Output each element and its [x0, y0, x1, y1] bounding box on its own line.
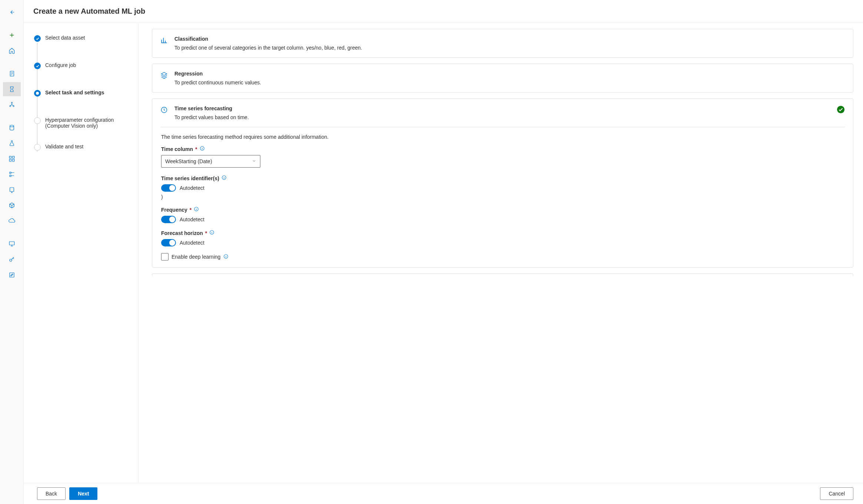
identifiers-autodetect-toggle[interactable] — [161, 184, 176, 192]
wizard-footer: Back Next Cancel — [24, 483, 863, 504]
svg-rect-9 — [10, 172, 11, 174]
horizon-label: Forecast horizon — [161, 230, 203, 236]
svg-point-1 — [11, 102, 12, 103]
frequency-toggle-label: Autodetect — [180, 216, 204, 222]
content-area: Classification To predict one of several… — [139, 23, 863, 483]
rail-edit-icon[interactable] — [3, 268, 21, 282]
cancel-button[interactable]: Cancel — [820, 487, 853, 500]
rail-notebook-icon[interactable] — [3, 67, 21, 81]
time-column-value: WeekStarting (Date) — [165, 158, 212, 164]
back-button[interactable]: Back — [37, 487, 66, 500]
horizon-autodetect-toggle[interactable] — [161, 239, 176, 246]
info-icon[interactable] — [194, 206, 199, 213]
rail-data-icon[interactable] — [3, 121, 21, 135]
regression-title: Regression — [174, 71, 261, 77]
rail-experiment-icon[interactable] — [3, 136, 21, 150]
rail-home-icon[interactable] — [3, 44, 21, 58]
info-icon[interactable] — [221, 175, 227, 181]
info-icon[interactable] — [209, 230, 214, 236]
regression-desc: To predict continuous numeric values. — [174, 80, 261, 85]
identifiers-toggle-label: Autodetect — [180, 185, 204, 191]
svg-point-3 — [13, 105, 14, 107]
page-header: Create a new Automated ML job — [24, 0, 863, 23]
svg-rect-11 — [10, 188, 14, 192]
svg-rect-14 — [10, 273, 14, 277]
step-3-label[interactable]: Select task and settings — [45, 90, 104, 117]
chevron-down-icon — [252, 158, 256, 164]
rail-pipeline-icon[interactable] — [3, 98, 21, 112]
frequency-label: Frequency — [161, 207, 187, 213]
wizard-stepper: Select data asset Configure job Select t… — [24, 23, 139, 483]
rail-automl-icon[interactable] — [3, 82, 21, 96]
step-3-current-icon — [34, 90, 41, 97]
step-1-done-icon — [34, 35, 41, 42]
rail-component-icon[interactable] — [3, 152, 21, 166]
left-rail — [0, 0, 24, 504]
time-column-label: Time column — [161, 146, 193, 152]
required-marker: * — [190, 207, 191, 213]
step-4-future-icon — [34, 117, 41, 124]
next-button[interactable]: Next — [69, 487, 97, 500]
svg-rect-6 — [12, 156, 14, 158]
step-4-label: Hyperparameter configuration (Computer V… — [45, 117, 129, 144]
rail-monitor-icon[interactable] — [3, 237, 21, 251]
svg-rect-8 — [12, 159, 14, 161]
required-marker: * — [195, 146, 197, 152]
rail-compute-icon[interactable] — [3, 183, 21, 197]
rail-back-icon[interactable] — [3, 5, 21, 19]
task-card-classification[interactable]: Classification To predict one of several… — [152, 29, 853, 58]
rail-endpoint-icon[interactable] — [3, 214, 21, 228]
svg-rect-10 — [10, 175, 11, 177]
identifiers-label: Time series identifier(s) — [161, 175, 219, 181]
task-card-forecasting[interactable]: Time series forecasting To predict value… — [152, 98, 853, 268]
step-1-label[interactable]: Select data asset — [45, 35, 85, 62]
svg-point-13 — [10, 259, 12, 261]
time-column-select[interactable]: WeekStarting (Date) — [161, 155, 260, 168]
horizon-toggle-label: Autodetect — [180, 240, 204, 246]
step-2-done-icon — [34, 63, 41, 69]
identifiers-extra-text: ) — [161, 194, 845, 200]
svg-point-4 — [10, 125, 14, 127]
forecasting-note: The time series forecasting method requi… — [161, 134, 845, 140]
step-5-label: Validate and test — [45, 144, 83, 171]
step-2-label[interactable]: Configure job — [45, 62, 76, 90]
rail-key-icon[interactable] — [3, 252, 21, 266]
task-card-regression[interactable]: Regression To predict continuous numeric… — [152, 64, 853, 93]
rail-add-icon[interactable] — [3, 28, 21, 42]
forecasting-desc: To predict values based on time. — [174, 114, 249, 120]
deep-learning-label: Enable deep learning — [171, 254, 220, 260]
step-5-future-icon — [34, 144, 41, 151]
svg-point-2 — [10, 105, 11, 107]
barchart-icon — [160, 37, 168, 45]
svg-rect-12 — [9, 242, 14, 245]
info-icon[interactable] — [223, 254, 229, 260]
rail-model-icon[interactable] — [3, 198, 21, 212]
classification-title: Classification — [174, 36, 362, 42]
rail-jobs-icon[interactable] — [3, 167, 21, 181]
svg-rect-7 — [9, 159, 11, 161]
svg-rect-5 — [9, 156, 11, 158]
info-icon[interactable] — [200, 146, 205, 152]
selected-check-icon — [837, 105, 845, 114]
forecasting-title: Time series forecasting — [174, 105, 249, 111]
layers-icon — [160, 71, 168, 80]
next-card-peek — [152, 273, 853, 276]
deep-learning-checkbox[interactable] — [161, 253, 169, 261]
clock-icon — [160, 106, 168, 115]
page-title: Create a new Automated ML job — [33, 7, 145, 16]
frequency-autodetect-toggle[interactable] — [161, 216, 176, 223]
classification-desc: To predict one of several categories in … — [174, 45, 362, 51]
required-marker: * — [205, 230, 207, 236]
